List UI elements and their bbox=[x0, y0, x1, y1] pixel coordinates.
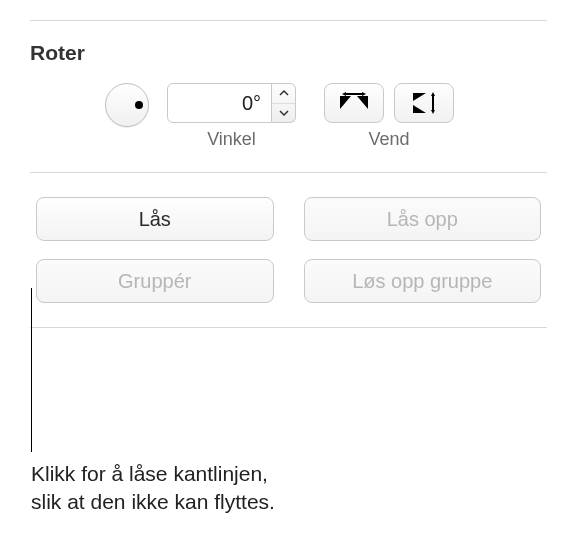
flip-vertical-button[interactable] bbox=[394, 83, 454, 123]
angle-label: Vinkel bbox=[207, 129, 256, 150]
flip-group: Vend bbox=[324, 83, 454, 150]
chevron-up-icon bbox=[279, 90, 289, 96]
ungroup-button[interactable]: Løs opp gruppe bbox=[304, 259, 542, 303]
angle-step-up[interactable] bbox=[272, 84, 295, 104]
divider-bottom bbox=[30, 327, 547, 328]
format-panel: Roter Vinkel bbox=[0, 0, 577, 328]
flip-buttons bbox=[324, 83, 454, 123]
chevron-down-icon bbox=[279, 110, 289, 116]
angle-group: Vinkel bbox=[167, 83, 296, 150]
callout-leader-line bbox=[31, 288, 32, 452]
flip-horizontal-button[interactable] bbox=[324, 83, 384, 123]
rotation-dial[interactable] bbox=[105, 83, 149, 127]
unlock-button[interactable]: Lås opp bbox=[304, 197, 542, 241]
flip-label: Vend bbox=[368, 129, 409, 150]
angle-stepper bbox=[272, 83, 296, 123]
callout-line2: slik at den ikke kan flyttes. bbox=[31, 490, 275, 513]
rotation-dial-group bbox=[105, 83, 149, 127]
callout-text: Klikk for å låse kantlinjen, slik at den… bbox=[31, 460, 275, 517]
rotate-controls-row: Vinkel bbox=[30, 83, 547, 172]
flip-vertical-icon bbox=[409, 90, 439, 116]
lock-group-grid: Lås Lås opp Gruppér Løs opp gruppe bbox=[30, 173, 547, 327]
group-button[interactable]: Gruppér bbox=[36, 259, 274, 303]
divider-top bbox=[30, 20, 547, 21]
angle-step-down[interactable] bbox=[272, 104, 295, 123]
angle-input-wrap bbox=[167, 83, 296, 123]
lock-button[interactable]: Lås bbox=[36, 197, 274, 241]
callout-line1: Klikk for å låse kantlinjen, bbox=[31, 462, 268, 485]
flip-horizontal-icon bbox=[337, 92, 371, 114]
angle-field[interactable] bbox=[167, 83, 272, 123]
rotate-section-title: Roter bbox=[30, 41, 547, 65]
